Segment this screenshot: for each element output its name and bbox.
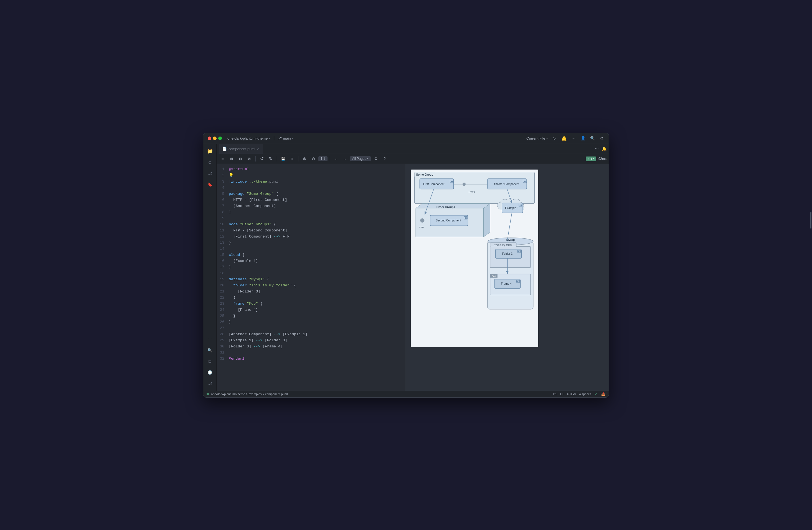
code-editor[interactable]: 1 @startuml 2 💡 3 !include ../theme.puml [217, 164, 405, 391]
line-content: [Frame 4] [229, 307, 405, 313]
line-content: FTP - [Second Component] [229, 228, 405, 234]
menu-icon[interactable]: ≡ [219, 155, 227, 162]
line-number: 4 [217, 185, 229, 191]
zoom-in-icon[interactable]: ⊕ [301, 155, 308, 162]
line-content: node "Other Groups" { [229, 221, 405, 228]
grid-icon[interactable]: ⊠ [245, 155, 253, 162]
line-content: [First Component] --> FTP [229, 234, 405, 240]
search-sidebar-icon[interactable]: ⊙ [205, 157, 215, 167]
code-line: 2 💡 [217, 172, 405, 179]
feedback-icon[interactable]: 📤 [601, 392, 605, 396]
line-ending-status[interactable]: LF [560, 392, 564, 396]
code-line: 29 [Example 1] --> [Folder 3] [217, 338, 405, 344]
tab-close-btn[interactable]: ✕ [257, 147, 260, 151]
arrow-left-icon[interactable]: ← [332, 155, 340, 162]
line-content: @enduml [229, 356, 405, 362]
zoom-out-icon[interactable]: ⊖ [309, 155, 317, 162]
split-v-icon[interactable]: ⊟ [236, 155, 244, 162]
maximize-button[interactable] [218, 137, 222, 140]
line-col-status[interactable]: 1:1 [553, 392, 557, 396]
notification-icon[interactable]: 🔔 [562, 136, 567, 141]
line-content: @startuml [229, 166, 405, 172]
line-number: 18 [217, 270, 229, 276]
save-icon[interactable]: 💾 [279, 155, 287, 162]
line-number: 5 [217, 191, 229, 197]
line-number: 31 [217, 349, 229, 356]
code-line: 25 } [217, 313, 405, 319]
code-line: 13 } [217, 240, 405, 246]
branch-label: main [283, 136, 291, 140]
chevron-down-icon-2: ▾ [292, 137, 293, 140]
line-number: 8 [217, 209, 229, 215]
project-name[interactable]: one-dark-plantuml-theme ▾ [228, 136, 270, 140]
search-icon[interactable]: 🔍 [590, 136, 595, 141]
code-line: 3 !include ../theme.puml [217, 179, 405, 185]
svg-point-10 [463, 183, 466, 186]
code-line: 24 [Frame 4] [217, 307, 405, 313]
another-component-text: Another Component [494, 182, 519, 185]
tab-menu-icon[interactable]: ⋯ [594, 146, 599, 151]
indent-status[interactable]: 4 spaces [579, 392, 591, 396]
code-line: 31 [217, 349, 405, 356]
line-number: 14 [217, 246, 229, 252]
avatar[interactable]: 👤 [580, 136, 585, 141]
line-number: 1 [217, 166, 229, 172]
tab-component-puml[interactable]: 📄 component.puml ✕ [219, 144, 263, 154]
close-button[interactable] [208, 137, 211, 140]
branch-activity-icon[interactable]: ⎇ [205, 378, 215, 388]
git-icon[interactable]: ⎇ [205, 169, 215, 178]
settings-toolbar-icon[interactable]: ⚙ [372, 155, 380, 162]
settings-icon[interactable]: ⚙ [599, 136, 604, 141]
more-icon[interactable]: ⋯ [571, 136, 576, 141]
other-groups-label: Other Groups [436, 205, 455, 209]
code-line: 5 package "Some Group" { [217, 191, 405, 197]
more-activity-icon[interactable]: ⋯ [205, 334, 215, 344]
svg-rect-42 [519, 281, 519, 282]
encoding-status[interactable]: UTF-8 [567, 392, 576, 396]
export-icon[interactable]: ⬆ [288, 155, 296, 162]
foo-frame-label: Foo [492, 274, 496, 277]
check-chevron: ▾ [593, 157, 595, 160]
auto-refresh-icon[interactable]: ↻ [267, 155, 275, 162]
branch-selector[interactable]: ⎇ main ▾ [278, 136, 293, 140]
line-number: 3 [217, 179, 229, 185]
git-branch-icon: ⎇ [278, 136, 282, 140]
line-number: 10 [217, 221, 229, 228]
sep4 [330, 156, 330, 161]
explorer-icon[interactable]: 📁 [205, 146, 215, 156]
search-bottom-icon[interactable]: 🔍 [205, 345, 215, 355]
frame4-text: Frame 4 [501, 282, 512, 285]
arrow-right-icon[interactable]: → [341, 155, 349, 162]
code-line: 7 [Another Component] [217, 203, 405, 209]
line-number: 19 [217, 276, 229, 283]
bookmark-icon[interactable]: 🔖 [205, 180, 215, 189]
bell-tab-icon[interactable]: 🔔 [601, 146, 607, 151]
line-content: frame "Foo" { [229, 301, 405, 307]
minimize-button[interactable] [213, 137, 217, 140]
zoom-level[interactable]: 1:1 [318, 156, 328, 161]
line-number: 25 [217, 313, 229, 319]
clock-icon[interactable]: 🕐 [205, 368, 215, 377]
line-content: } [229, 295, 405, 301]
svg-rect-4 [451, 181, 452, 182]
run-icon[interactable]: ▷ [552, 136, 557, 141]
activity-bar: 📁 ⊙ ⎇ 🔖 ⋯ 🔍 ⊡ 🕐 ⎇ [203, 144, 217, 391]
current-file-btn[interactable]: Current File ▾ [526, 136, 548, 140]
pages-selector[interactable]: All Pages ▾ [350, 156, 371, 161]
refresh-icon[interactable]: ↺ [258, 155, 266, 162]
main-layout: 📁 ⊙ ⎇ 🔖 ⋯ 🔍 ⊡ 🕐 ⎇ 📄 component.puml ✕ ⋯ [203, 144, 609, 391]
help-icon[interactable]: ? [381, 155, 389, 162]
code-line: 20 folder "This is my folder" { [217, 283, 405, 289]
line-content: package "Some Group" { [229, 191, 405, 197]
status-bar: one-dark-plantuml-theme > examples > com… [203, 391, 609, 397]
line-content [229, 349, 405, 356]
terminal-icon[interactable]: ⊡ [205, 356, 215, 366]
line-content: 💡 [229, 172, 405, 179]
vim-icon: ✓ [595, 392, 598, 396]
chevron-down-icon-3: ▾ [546, 137, 548, 140]
this-is-my-folder-label: This is my folder [494, 243, 512, 246]
traffic-lights [208, 137, 222, 140]
line-number: 20 [217, 283, 229, 289]
svg-rect-41 [517, 281, 518, 282]
split-h-icon[interactable]: ⊞ [228, 155, 235, 162]
